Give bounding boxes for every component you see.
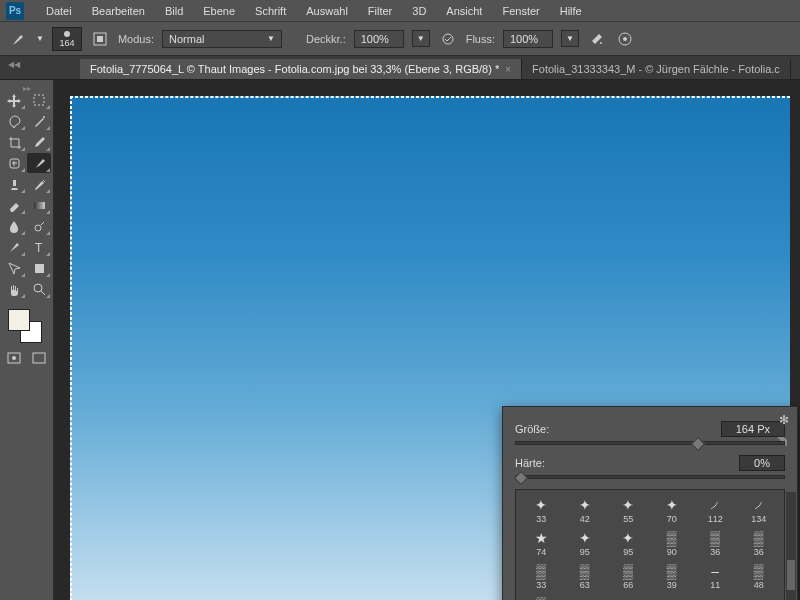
svg-point-14: [34, 284, 42, 292]
brush-preset[interactable]: ▒66: [607, 560, 650, 592]
brush-preset[interactable]: ✦95: [607, 527, 650, 559]
hardness-value[interactable]: 0%: [739, 455, 785, 471]
tool-heal[interactable]: [2, 153, 26, 173]
menubar: Ps Datei Bearbeiten Bild Ebene Schrift A…: [0, 0, 800, 22]
menu-ansicht[interactable]: Ansicht: [436, 2, 492, 20]
tool-path[interactable]: [2, 258, 26, 278]
tool-gradient[interactable]: [27, 195, 51, 215]
tool-type[interactable]: T: [27, 237, 51, 257]
pressure-opacity-icon[interactable]: [438, 29, 458, 49]
menu-schrift[interactable]: Schrift: [245, 2, 296, 20]
scrollbar[interactable]: [786, 492, 796, 600]
svg-rect-13: [35, 264, 44, 273]
tool-history[interactable]: [27, 174, 51, 194]
brush-preset[interactable]: [694, 593, 737, 600]
dropdown-arrow-icon[interactable]: ▼: [36, 34, 44, 43]
menu-filter[interactable]: Filter: [358, 2, 402, 20]
close-icon[interactable]: ×: [505, 64, 511, 75]
svg-point-4: [600, 42, 602, 44]
tool-shape[interactable]: [27, 258, 51, 278]
pressure-size-icon[interactable]: [615, 29, 635, 49]
gear-icon[interactable]: ✻: [779, 413, 789, 427]
flow-dropdown[interactable]: 100%: [503, 30, 553, 48]
document-tab-active[interactable]: Fotolia_7775064_L © Thaut Images - Fotol…: [80, 59, 522, 79]
brush-preset[interactable]: ▒39: [651, 560, 694, 592]
flow-label: Fluss:: [466, 33, 495, 45]
tool-dodge[interactable]: [27, 216, 51, 236]
brush-preset[interactable]: ▒32: [520, 593, 563, 600]
brush-preset[interactable]: ●100: [607, 593, 650, 600]
hardness-label: Härte:: [515, 457, 739, 469]
menu-hilfe[interactable]: Hilfe: [550, 2, 592, 20]
brush-preset[interactable]: ★74: [520, 527, 563, 559]
chevron-down-icon: ▼: [267, 34, 275, 43]
color-swatches[interactable]: [2, 305, 51, 347]
svg-rect-2: [97, 36, 103, 42]
brush-preset[interactable]: ▒90: [651, 527, 694, 559]
menu-auswahl[interactable]: Auswahl: [296, 2, 358, 20]
chevron-down-icon[interactable]: ▼: [561, 30, 579, 47]
tool-eraser[interactable]: [2, 195, 26, 215]
tool-brush[interactable]: [27, 153, 51, 173]
size-slider[interactable]: [515, 441, 785, 445]
tool-blur[interactable]: [2, 216, 26, 236]
brush-preset[interactable]: ⟋112: [694, 494, 737, 526]
brush-preset[interactable]: –11: [694, 560, 737, 592]
brush-preset[interactable]: ✦95: [564, 527, 607, 559]
brush-preset[interactable]: ▒48: [738, 560, 781, 592]
svg-rect-17: [33, 353, 45, 363]
drag-handle-icon[interactable]: ◀◀: [8, 60, 20, 69]
brush-panel-toggle-icon[interactable]: [90, 29, 110, 49]
tool-crop[interactable]: [2, 132, 26, 152]
tool-hand[interactable]: [2, 279, 26, 299]
menu-fenster[interactable]: Fenster: [492, 2, 549, 20]
quickmask-icon[interactable]: [2, 349, 26, 367]
brush-preset[interactable]: ✦70: [651, 494, 694, 526]
opacity-label: Deckkr.:: [306, 33, 346, 45]
opacity-dropdown[interactable]: 100%: [354, 30, 404, 48]
brush-preset[interactable]: 23: [651, 593, 694, 600]
hardness-slider[interactable]: [515, 475, 785, 479]
tool-eyedrop[interactable]: [27, 132, 51, 152]
foreground-color-swatch[interactable]: [8, 309, 30, 331]
tool-marquee[interactable]: [27, 90, 51, 110]
brush-preset[interactable]: ▒36: [694, 527, 737, 559]
airbrush-icon[interactable]: [587, 29, 607, 49]
tools-panel: ▸▸ T: [0, 80, 54, 600]
size-value[interactable]: 164 Px: [721, 421, 785, 437]
menu-3d[interactable]: 3D: [402, 2, 436, 20]
menu-bearbeiten[interactable]: Bearbeiten: [82, 2, 155, 20]
svg-point-11: [35, 225, 41, 231]
document-tab[interactable]: Fotolia_31333343_M - © Jürgen Fälchle - …: [522, 59, 791, 79]
app-logo: Ps: [6, 2, 24, 20]
brush-preset[interactable]: ▒33: [520, 560, 563, 592]
brush-tool-icon[interactable]: [8, 29, 28, 49]
brush-preset[interactable]: ✦33: [520, 494, 563, 526]
brush-presets-grid: ✦33✦42✦55✦70⟋112⟋134★74✦95✦95▒90▒36▒36▒3…: [515, 489, 785, 600]
brush-preset[interactable]: ▒36: [738, 527, 781, 559]
tool-zoom[interactable]: [27, 279, 51, 299]
brush-preset[interactable]: ✦42: [564, 494, 607, 526]
tool-pen[interactable]: [2, 237, 26, 257]
brush-preset[interactable]: ▒63: [564, 560, 607, 592]
svg-rect-7: [34, 95, 44, 105]
brush-preset[interactable]: ●55: [564, 593, 607, 600]
brush-preset[interactable]: [738, 593, 781, 600]
brush-preset-picker[interactable]: 164: [52, 27, 82, 51]
chevron-down-icon[interactable]: ▼: [412, 30, 430, 47]
brush-preset[interactable]: ⟋134: [738, 494, 781, 526]
menu-datei[interactable]: Datei: [36, 2, 82, 20]
tool-stamp[interactable]: [2, 174, 26, 194]
tool-lasso[interactable]: [2, 111, 26, 131]
svg-point-0: [64, 31, 70, 37]
canvas-area: ✻ Größe: 164 Px Härte: 0% ✦33✦42✦55✦70⟋1…: [54, 80, 800, 600]
tool-wand[interactable]: [27, 111, 51, 131]
tool-move[interactable]: [2, 90, 26, 110]
svg-point-6: [623, 37, 627, 41]
svg-point-16: [12, 356, 16, 360]
brush-preset[interactable]: ✦55: [607, 494, 650, 526]
screenmode-icon[interactable]: [27, 349, 51, 367]
menu-ebene[interactable]: Ebene: [193, 2, 245, 20]
menu-bild[interactable]: Bild: [155, 2, 193, 20]
blend-mode-dropdown[interactable]: Normal▼: [162, 30, 282, 48]
